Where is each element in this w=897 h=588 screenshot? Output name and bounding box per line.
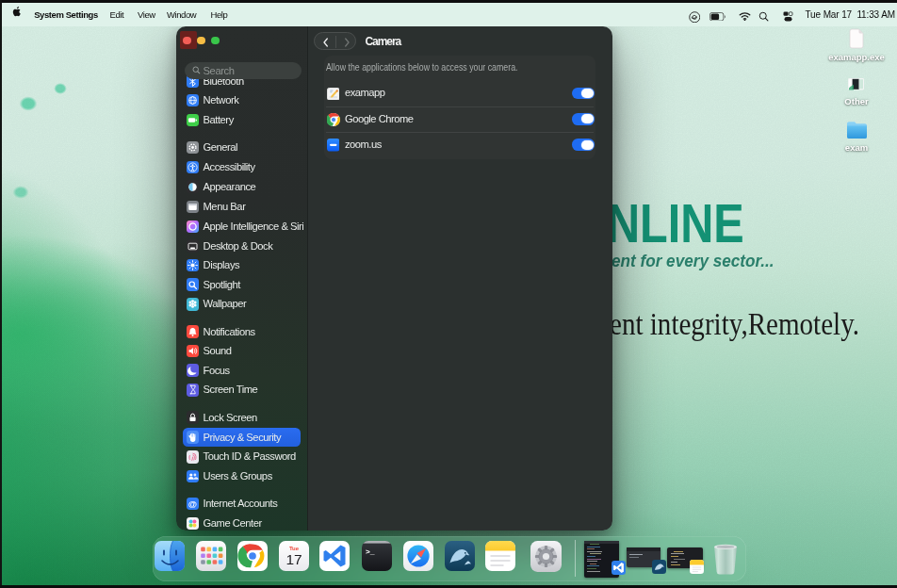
svg-text:17: 17 xyxy=(285,551,302,567)
svg-text:@: @ xyxy=(188,498,197,509)
svg-text:>_: >_ xyxy=(366,547,375,556)
svg-text:Tue: Tue xyxy=(289,546,300,551)
